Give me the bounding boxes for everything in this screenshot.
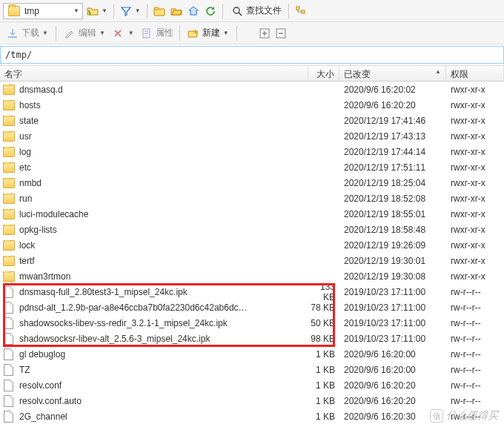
chevron-down-icon[interactable]: ▼ (41, 30, 50, 36)
file-modified: 2020/9/6 16:20:00 (339, 349, 446, 360)
file-permissions: rw-r--r-- (446, 365, 504, 375)
edit-label: 编辑 (79, 27, 96, 39)
list-item[interactable]: shadowsocksr-libev-alt_2.5.6-3_mipsel_24… (0, 331, 504, 346)
column-size[interactable]: 大小 (308, 66, 339, 81)
file-modified: 2019/10/23 17:11:00 (339, 334, 446, 344)
file-modified: 2020/12/19 19:26:09 (339, 240, 446, 251)
file-name: luci-modulecache (19, 209, 88, 219)
refresh-button[interactable] (203, 4, 218, 19)
edit-button[interactable]: 编辑 ▼ (60, 25, 109, 42)
separator (236, 26, 237, 41)
plus-box-button[interactable] (257, 26, 272, 41)
list-item[interactable]: tertf2020/12/19 19:30:01rwxr-xr-x (0, 253, 504, 268)
list-item[interactable]: luci-modulecache2020/12/19 18:55:01rwxr-… (0, 206, 504, 222)
file-permissions: rw-r--r-- (446, 396, 504, 406)
file-permissions: rw-r--r-- (446, 287, 504, 297)
list-item[interactable]: pdnsd-alt_1.2.9b-par-a8e46ccba7b0fa2230d… (0, 299, 504, 315)
download-button[interactable]: 下载 ▼ (3, 25, 52, 42)
list-item[interactable]: opkg-lists2020/12/19 18:58:48rwxr-xr-x (0, 222, 504, 237)
properties-button[interactable]: 属性 (137, 25, 176, 42)
folder-icon (3, 147, 15, 157)
new-label: 新建 (202, 27, 220, 39)
list-item[interactable]: hosts2020/9/6 16:20:20rwxr-xr-x (0, 97, 504, 113)
folder-icon (3, 162, 15, 173)
file-name: dnsmasq.d (19, 85, 63, 95)
list-item[interactable]: etc2020/12/19 17:51:11rwxr-xr-x (0, 159, 504, 175)
list-item[interactable]: lock2020/12/19 19:26:09rwxr-xr-x (0, 237, 504, 253)
file-size: 78 KB (308, 302, 339, 313)
chevron-down-icon[interactable]: ▼ (127, 30, 136, 36)
path-value: /tmp/ (5, 50, 32, 60)
column-name[interactable]: 名字 (0, 66, 308, 81)
list-item[interactable]: TZ1 KB2020/9/6 16:20:00rw-r--r-- (0, 362, 504, 377)
file-name: lock (19, 240, 35, 251)
folder-yellow-button[interactable] (152, 4, 167, 19)
file-name: nmbd (19, 178, 42, 188)
search-files-button[interactable]: 查找文件 (228, 3, 284, 19)
separator (56, 26, 56, 41)
file-size: 50 KB (308, 318, 339, 328)
file-size: 1 KB (308, 396, 339, 406)
delete-button[interactable] (110, 26, 125, 41)
folder-icon (3, 209, 15, 219)
file-icon (4, 411, 13, 423)
separator (222, 4, 223, 19)
home-button[interactable] (186, 4, 201, 19)
chevron-down-icon[interactable]: ▼ (133, 7, 142, 14)
list-item[interactable]: resolv.conf.auto1 KB2020/9/6 16:20:20rw-… (0, 393, 504, 408)
file-modified: 2020/12/19 18:25:04 (339, 178, 446, 188)
list-item[interactable]: shadowsocks-libev-ss-redir_3.2.1-1_mipse… (0, 315, 504, 331)
edit-icon (62, 26, 77, 41)
separator (179, 26, 180, 41)
list-item[interactable]: nmbd2020/12/19 18:25:04rwxr-xr-x (0, 175, 504, 191)
open-folder-button[interactable]: ▼ (85, 4, 109, 19)
list-item[interactable]: mwan3rtmon2020/12/19 19:30:08rwxr-xr-x (0, 268, 504, 284)
column-modified[interactable]: 已改变▲ (339, 66, 446, 81)
properties-icon (139, 26, 154, 41)
list-item[interactable]: gl debuglog1 KB2020/9/6 16:20:00rw-r--r-… (0, 346, 504, 362)
file-modified: 2020/12/19 18:58:48 (339, 225, 446, 235)
file-modified: 2020/12/19 17:43:13 (339, 131, 446, 142)
file-permissions: rwxr-xr-x (446, 225, 504, 235)
toolbar-secondary: 下载 ▼ 编辑 ▼ ▼ 属性 新建 ▼ (0, 22, 504, 44)
chevron-down-icon[interactable]: ▼ (72, 7, 81, 14)
chevron-down-icon[interactable]: ▼ (100, 7, 109, 14)
path-bar[interactable]: /tmp/ (0, 46, 504, 64)
new-button[interactable]: 新建 ▼ (184, 25, 233, 42)
svg-point-2 (233, 7, 239, 13)
column-permissions[interactable]: 权限 (446, 66, 504, 81)
sort-asc-icon: ▲ (435, 68, 441, 75)
file-name: TZ (19, 365, 30, 375)
file-list: dnsmasq.d2020/9/6 16:20:02rwxr-xr-xhosts… (0, 82, 504, 424)
file-permissions: rwxr-xr-x (446, 131, 504, 142)
file-icon (4, 364, 13, 376)
file-icon (4, 302, 13, 314)
chevron-down-icon[interactable]: ▼ (222, 30, 231, 36)
folder-open-button[interactable] (169, 4, 184, 19)
list-item[interactable]: run2020/12/19 18:52:08rwxr-xr-x (0, 191, 504, 206)
list-item[interactable]: dnsmasq-full_2.80test3-1_mipsel_24kc.ipk… (0, 284, 504, 299)
chevron-down-icon[interactable]: ▼ (98, 30, 107, 36)
list-item[interactable]: state2020/12/19 17:41:46rwxr-xr-x (0, 113, 504, 128)
file-permissions: rwxr-xr-x (446, 100, 504, 110)
file-name: state (19, 116, 39, 126)
file-icon (4, 348, 13, 360)
file-modified: 2020/9/6 16:20:20 (339, 380, 446, 391)
minus-box-button[interactable] (273, 26, 288, 41)
tree-button[interactable] (294, 4, 308, 19)
filter-button[interactable]: ▼ (119, 4, 142, 19)
file-name: pdnsd-alt_1.2.9b-par-a8e46ccba7b0fa2230d… (19, 302, 248, 313)
list-item[interactable]: resolv.conf1 KB2020/9/6 16:20:20rw-r--r-… (0, 377, 504, 393)
list-item[interactable]: usr2020/12/19 17:43:13rwxr-xr-x (0, 128, 504, 144)
file-size: 98 KB (308, 334, 339, 344)
file-permissions: rw-r--r-- (446, 380, 504, 391)
list-item[interactable]: 2G_channel1 KB2020/9/6 16:20:30rw-r--r-- (0, 408, 504, 424)
file-permissions: rwxr-xr-x (446, 209, 504, 219)
toolbar-main: tmp ▼ ▼ ▼ 查找文件 (0, 0, 504, 22)
file-name: usr (19, 131, 32, 142)
file-permissions: rwxr-xr-x (446, 240, 504, 251)
list-item[interactable]: dnsmasq.d2020/9/6 16:20:02rwxr-xr-x (0, 82, 504, 97)
list-item[interactable]: log2020/12/19 17:44:14rwxr-xr-x (0, 144, 504, 159)
folder-icon (3, 271, 15, 282)
address-combo[interactable]: tmp ▼ (3, 3, 83, 19)
